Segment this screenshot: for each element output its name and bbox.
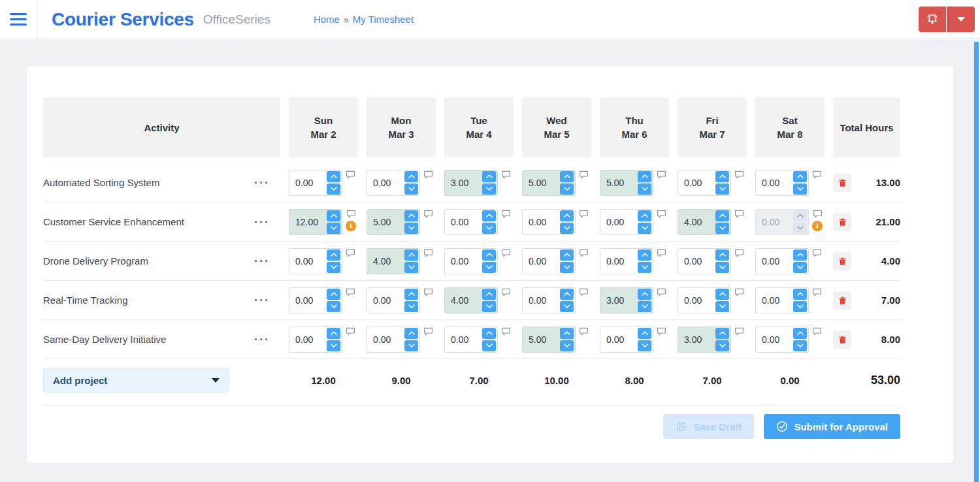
comment-icon[interactable] [501, 210, 511, 218]
increment-button[interactable] [404, 210, 418, 221]
hours-input[interactable] [289, 178, 318, 188]
hours-input[interactable] [678, 295, 707, 306]
decrement-button[interactable] [482, 223, 496, 234]
hours-input[interactable] [445, 217, 474, 227]
increment-button[interactable] [482, 289, 496, 300]
increment-button[interactable] [638, 289, 651, 300]
hours-input[interactable] [523, 178, 551, 188]
increment-button[interactable] [638, 171, 651, 182]
hours-input[interactable] [678, 334, 707, 345]
decrement-button[interactable] [793, 262, 807, 273]
submit-for-approval-button[interactable]: Submit for Approval [764, 414, 900, 439]
comment-icon[interactable] [657, 170, 666, 179]
decrement-button[interactable] [404, 340, 418, 351]
increment-button[interactable] [560, 210, 574, 221]
hours-input[interactable] [678, 256, 707, 266]
increment-button[interactable] [793, 210, 807, 221]
decrement-button[interactable] [793, 301, 807, 312]
comment-icon[interactable] [813, 210, 823, 218]
decrement-button[interactable] [404, 223, 418, 234]
hours-input[interactable] [367, 256, 396, 266]
increment-button[interactable] [638, 249, 651, 261]
increment-button[interactable] [793, 328, 807, 339]
comment-icon[interactable] [501, 288, 511, 297]
delete-row-button[interactable] [833, 252, 851, 270]
comment-icon[interactable] [346, 327, 355, 336]
comment-icon[interactable] [734, 210, 744, 218]
hours-input[interactable] [367, 295, 396, 306]
hours-input[interactable] [289, 217, 318, 227]
comment-icon[interactable] [579, 249, 589, 257]
increment-button[interactable] [560, 249, 574, 261]
decrement-button[interactable] [327, 184, 340, 195]
increment-button[interactable] [482, 210, 496, 221]
comment-icon[interactable] [423, 249, 433, 257]
delete-row-button[interactable] [833, 174, 851, 192]
increment-button[interactable] [793, 249, 807, 261]
page-scrollbar[interactable] [974, 42, 979, 482]
hours-input[interactable] [445, 178, 474, 188]
decrement-button[interactable] [638, 262, 651, 273]
increment-button[interactable] [404, 289, 418, 300]
notifications-button[interactable] [919, 7, 947, 32]
hours-input[interactable] [756, 217, 785, 227]
increment-button[interactable] [327, 289, 340, 300]
hours-input[interactable] [600, 256, 629, 266]
increment-button[interactable] [560, 289, 574, 300]
row-menu-button[interactable]: ··· [253, 295, 271, 306]
decrement-button[interactable] [715, 301, 729, 312]
decrement-button[interactable] [560, 223, 574, 234]
increment-button[interactable] [793, 171, 807, 182]
comment-icon[interactable] [501, 327, 511, 336]
hours-input[interactable] [523, 217, 551, 227]
breadcrumb-home-link[interactable]: Home [314, 14, 340, 25]
hours-input[interactable] [523, 295, 551, 306]
comment-icon[interactable] [812, 249, 822, 257]
decrement-button[interactable] [482, 262, 496, 273]
comment-icon[interactable] [657, 327, 666, 336]
hamburger-menu-icon[interactable] [0, 0, 37, 39]
decrement-button[interactable] [327, 301, 340, 312]
hours-input[interactable] [523, 256, 551, 266]
decrement-button[interactable] [404, 184, 418, 195]
comment-icon[interactable] [579, 327, 589, 336]
comment-icon[interactable] [346, 210, 356, 218]
increment-button[interactable] [482, 249, 496, 261]
decrement-button[interactable] [327, 262, 340, 273]
hours-input[interactable] [367, 217, 396, 227]
hours-input[interactable] [289, 295, 318, 306]
delete-row-button[interactable] [833, 291, 851, 310]
comment-icon[interactable] [501, 170, 511, 179]
hours-input[interactable] [756, 256, 785, 266]
increment-button[interactable] [793, 289, 807, 300]
comment-icon[interactable] [346, 249, 355, 257]
comment-icon[interactable] [423, 288, 433, 297]
increment-button[interactable] [715, 289, 729, 300]
comment-icon[interactable] [657, 249, 666, 257]
increment-button[interactable] [404, 249, 418, 261]
decrement-button[interactable] [560, 340, 574, 351]
increment-button[interactable] [638, 210, 651, 221]
comment-icon[interactable] [812, 327, 822, 336]
increment-button[interactable] [715, 328, 729, 339]
increment-button[interactable] [715, 171, 729, 182]
row-menu-button[interactable]: ··· [253, 216, 271, 228]
decrement-button[interactable] [793, 340, 807, 351]
hours-input[interactable] [445, 295, 474, 306]
comment-icon[interactable] [657, 210, 666, 218]
increment-button[interactable] [327, 171, 340, 182]
comment-icon[interactable] [579, 170, 589, 179]
row-menu-button[interactable]: ··· [253, 334, 271, 345]
hours-input[interactable] [756, 178, 785, 188]
comment-icon[interactable] [423, 327, 433, 336]
decrement-button[interactable] [715, 223, 729, 234]
decrement-button[interactable] [560, 262, 574, 273]
comment-icon[interactable] [734, 327, 744, 336]
comment-icon[interactable] [812, 288, 822, 297]
brand-name[interactable]: Courier Services [52, 9, 194, 30]
decrement-button[interactable] [638, 184, 651, 195]
decrement-button[interactable] [327, 340, 340, 351]
decrement-button[interactable] [793, 184, 807, 195]
decrement-button[interactable] [715, 262, 729, 273]
save-draft-button[interactable]: Save Draft [663, 414, 754, 439]
